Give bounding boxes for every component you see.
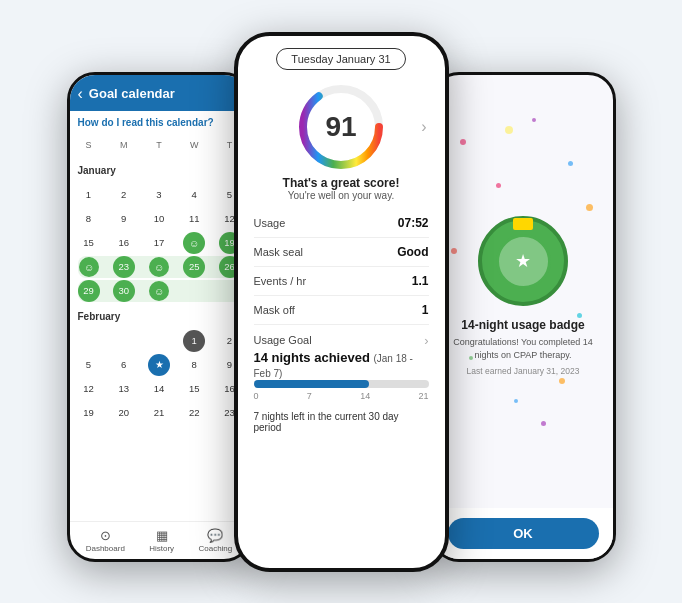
feb-empty2 <box>113 330 135 352</box>
metric-mask-off: Mask off 1 <box>254 296 429 325</box>
svg-text:☺: ☺ <box>189 238 199 249</box>
progress-label-21: 21 <box>418 391 428 401</box>
date-pill: Tuesday January 31 <box>276 48 405 70</box>
jan-22: ☺ <box>78 256 100 278</box>
bottom-nav: ⊙ Dashboard ▦ History 💬 Coaching <box>70 521 249 555</box>
jan-18: ☺ <box>183 232 205 254</box>
score-circle[interactable]: 91 <box>296 82 386 172</box>
score-circle-wrap: 91 › <box>238 76 445 176</box>
jan-31: ☺ <box>148 280 170 302</box>
score-sub: You're well on your way. <box>238 190 445 201</box>
jan-4: 4 <box>183 184 205 206</box>
ok-button-wrap: OK <box>434 508 613 559</box>
dashboard-label: Dashboard <box>86 544 125 553</box>
day-header-m: M <box>113 134 135 156</box>
scene: ‹ Goal calendar How do I read this calen… <box>0 0 682 603</box>
ribbon-icon <box>513 218 533 230</box>
day-header-s: S <box>78 134 100 156</box>
jan-2: 2 <box>113 184 135 206</box>
jan-week4: ☺ 23 ☺ 25 26 <box>78 256 241 278</box>
jan-11: 11 <box>183 208 205 230</box>
phone-right: ★ 14-night usage badge Congratulations! … <box>431 72 616 562</box>
phone-mid: Tuesday January 31 <box>234 32 449 572</box>
feb-14: 14 <box>148 378 170 400</box>
jan-30: 30 <box>113 280 135 302</box>
left-phone-header: ‹ Goal calendar <box>70 75 249 111</box>
nav-coaching[interactable]: 💬 Coaching <box>198 528 232 553</box>
progress-bar-fill <box>254 380 370 388</box>
back-arrow-icon[interactable]: ‹ <box>78 85 83 103</box>
coaching-icon: 💬 <box>207 528 223 543</box>
history-icon: ▦ <box>156 528 168 543</box>
feb-8: 8 <box>183 354 205 376</box>
february-label: February <box>78 306 121 328</box>
feb-15: 15 <box>183 378 205 400</box>
mid-phone-inner: Tuesday January 31 <box>238 36 445 568</box>
metric-mask-seal: Mask seal Good <box>254 238 429 267</box>
feb-empty3 <box>148 330 170 352</box>
svg-text:☺: ☺ <box>154 286 164 297</box>
badge-medal-inner: ★ <box>496 234 551 289</box>
badge-medal: ★ <box>478 216 568 306</box>
svg-text:☺: ☺ <box>154 262 164 273</box>
history-label: History <box>149 544 174 553</box>
progress-label-14: 14 <box>360 391 370 401</box>
feb-week2: 5 6 ★ 8 9 <box>78 354 241 376</box>
feb-7: ★ <box>148 354 170 376</box>
badge-title: 14-night usage badge <box>461 318 584 332</box>
january-label: January <box>78 160 116 182</box>
nav-dashboard[interactable]: ⊙ Dashboard <box>86 528 125 553</box>
nav-history[interactable]: ▦ History <box>149 528 174 553</box>
jan-empty1 <box>183 280 205 302</box>
metrics-list: Usage 07:52 Mask seal Good Events / hr 1… <box>238 209 445 325</box>
mask-seal-value: Good <box>397 245 428 259</box>
score-chevron-icon[interactable]: › <box>421 118 426 136</box>
nights-left-text: 7 nights left in the current 30 day peri… <box>238 407 445 433</box>
badge-earned: Last earned January 31, 2023 <box>467 366 580 376</box>
jan-25: 25 <box>183 256 205 278</box>
badge-desc: Congratulations! You completed 14 nights… <box>444 336 603 361</box>
jan-9: 9 <box>113 208 135 230</box>
jan-week1: 1 2 3 4 5 <box>78 184 241 206</box>
mask-off-value: 1 <box>422 303 429 317</box>
jan-8: 8 <box>78 208 100 230</box>
calendar-body: How do I read this calendar? S M T W T J… <box>70 111 249 432</box>
usage-goal-header: Usage Goal › <box>254 333 429 348</box>
feb-week4: 19 20 21 22 23 <box>78 402 241 424</box>
mask-off-label: Mask off <box>254 304 295 316</box>
usage-goal-nights: 14 nights achieved (Jan 18 - Feb 7) <box>254 350 429 380</box>
goal-calendar-title: Goal calendar <box>89 86 175 101</box>
jan-17: 17 <box>148 232 170 254</box>
dashboard-icon: ⊙ <box>100 528 111 543</box>
score-label: That's a great score! <box>238 176 445 190</box>
coaching-label: Coaching <box>198 544 232 553</box>
mask-seal-label: Mask seal <box>254 246 304 258</box>
jan-16: 16 <box>113 232 135 254</box>
february-label-row: February <box>78 306 241 328</box>
medal-star-icon: ★ <box>515 250 531 272</box>
day-header-w: W <box>183 134 205 156</box>
usage-goal-section: Usage Goal › 14 nights achieved (Jan 18 … <box>238 325 445 407</box>
feb-5: 5 <box>78 354 100 376</box>
events-label: Events / hr <box>254 275 307 287</box>
how-to-read-link[interactable]: How do I read this calendar? <box>78 117 241 128</box>
usage-goal-chevron-icon[interactable]: › <box>424 333 428 348</box>
progress-bar <box>254 380 429 388</box>
events-value: 1.1 <box>412 274 429 288</box>
feb-20: 20 <box>113 402 135 424</box>
jan-29: 29 <box>78 280 100 302</box>
date-pill-wrap: Tuesday January 31 <box>238 36 445 76</box>
jan-3: 3 <box>148 184 170 206</box>
usage-goal-label: Usage Goal <box>254 334 312 346</box>
progress-label-7: 7 <box>307 391 312 401</box>
usage-value: 07:52 <box>398 216 429 230</box>
jan-week2: 8 9 10 11 12 <box>78 208 241 230</box>
feb-12: 12 <box>78 378 100 400</box>
feb-21: 21 <box>148 402 170 424</box>
jan-1: 1 <box>78 184 100 206</box>
metric-usage: Usage 07:52 <box>254 209 429 238</box>
feb-22: 22 <box>183 402 205 424</box>
day-header-t1: T <box>148 134 170 156</box>
jan-15: 15 <box>78 232 100 254</box>
ok-button[interactable]: OK <box>448 518 599 549</box>
